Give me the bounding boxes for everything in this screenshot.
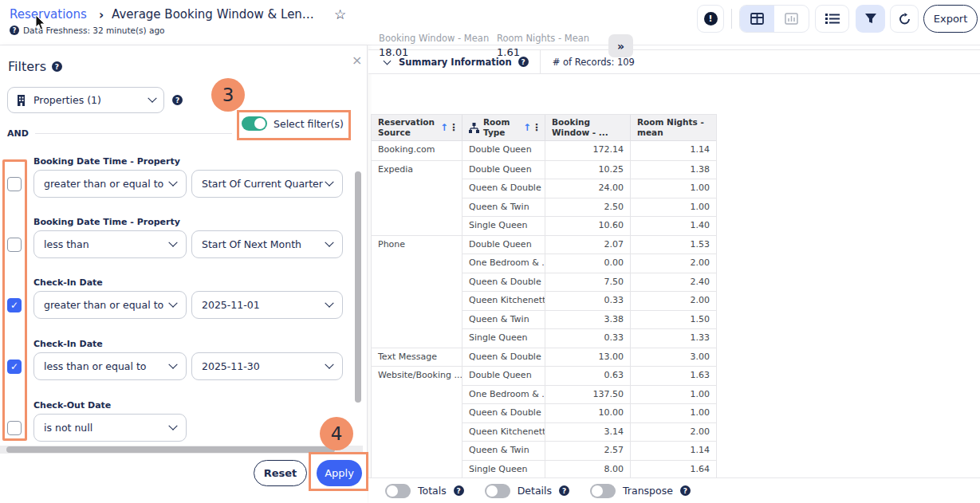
column-header-room-nights[interactable]: Room Nights - mean [630, 115, 716, 140]
table-cell: 13.00 [545, 348, 630, 367]
sort-asc-icon[interactable]: ↑ [440, 122, 448, 134]
reset-button[interactable]: Reset [254, 460, 307, 486]
select-filters-toggle[interactable] [242, 116, 267, 131]
refresh-button[interactable] [890, 5, 919, 33]
details-toggle-group: Details ? [485, 484, 569, 498]
transpose-toggle[interactable] [590, 484, 616, 498]
properties-select[interactable]: Properties (1) [7, 87, 164, 113]
value-select[interactable]: Start Of Current Quarter [191, 170, 343, 198]
details-toggle[interactable] [485, 484, 510, 498]
chart-view-button[interactable] [774, 6, 809, 32]
table-cell: 2.40 [630, 273, 716, 292]
filter-field-label: Check-In Date [33, 339, 103, 349]
chevron-down-icon [325, 298, 333, 307]
close-icon[interactable]: × [352, 53, 362, 68]
operator-select[interactable]: is not null [33, 414, 187, 442]
filter-icon [864, 13, 877, 25]
column-menu-icon[interactable]: ⋮ [449, 122, 459, 134]
table-cell: 24.00 [545, 179, 630, 198]
breadcrumb-root-link[interactable]: Reservations [10, 7, 87, 22]
horizontal-scrollbar[interactable] [6, 446, 335, 453]
filter-row: Check-In Date ✓ greater than or equal to… [0, 277, 368, 335]
select-filters-label: Select filter(s) [274, 118, 344, 130]
list-button[interactable] [815, 5, 849, 33]
table-row: Queen & Twin3.381.50 [372, 310, 716, 329]
filter-checkbox[interactable]: ✓ [7, 298, 22, 312]
column-label: Room Nights - mean [637, 117, 713, 138]
operator-select[interactable]: less than [33, 230, 187, 258]
operator-value: greater than or equal to [44, 299, 170, 311]
info-button[interactable]: ! [697, 5, 724, 33]
toggle-knob [387, 485, 398, 497]
info-icon: ! [704, 12, 718, 26]
export-button[interactable]: Export [923, 5, 978, 33]
table-cell: Double Queen [462, 235, 545, 254]
table-row: One Bedroom & ...137.501.00 [372, 385, 716, 404]
filters-title: Filters ? [8, 59, 62, 74]
column-header-reservation-source[interactable]: Reservation Source ↑ ⋮ [372, 115, 462, 140]
metric-value: 18.01 [379, 46, 489, 58]
value-select[interactable]: 2025-11-01 [191, 291, 343, 319]
column-menu-icon[interactable]: ⋮ [532, 122, 541, 134]
totals-label: Totals [418, 485, 447, 497]
value-text: Start Of Current Quarter [202, 178, 326, 190]
table-row: Booking.comDouble Queen172.141.14 [372, 141, 716, 160]
table-cell [372, 328, 462, 348]
filter-field-label: Check-Out Date [33, 400, 111, 411]
sort-asc-icon[interactable]: ↑ [523, 122, 531, 134]
chevron-down-icon [168, 360, 177, 368]
table-view-button[interactable] [740, 6, 774, 32]
filter-field-label: Check-In Date [33, 277, 103, 288]
table-row: Queen Kitchenette3.142.00 [372, 422, 716, 442]
help-icon[interactable]: ? [52, 61, 62, 72]
operator-select[interactable]: greater than or equal to [33, 291, 187, 319]
page-title: Average Booking Window & Len… [112, 7, 314, 22]
help-icon[interactable]: ? [172, 95, 183, 105]
favorite-star-icon[interactable]: ☆ [334, 6, 346, 22]
vertical-scrollbar[interactable] [355, 171, 361, 403]
help-icon[interactable]: ? [10, 26, 19, 35]
table-cell: 1.00 [630, 179, 716, 198]
help-icon[interactable]: ? [559, 485, 569, 496]
table-cell: 0.33 [545, 328, 630, 348]
totals-toggle[interactable] [385, 484, 411, 498]
divider [35, 133, 232, 134]
operator-select[interactable]: less than or equal to [33, 352, 187, 380]
table-cell: Single Queen [462, 328, 545, 348]
app-root: Reservations › Average Booking Window & … [0, 0, 980, 503]
filter-field-label: Booking Date Time - Property [33, 217, 180, 227]
table-cell: 2.50 [545, 198, 630, 217]
help-icon[interactable]: ? [680, 485, 691, 496]
filter-checkbox[interactable] [7, 238, 22, 252]
table-cell: Booking.com [372, 141, 462, 160]
filters-panel: Filters ? × Properties (1) ? AND 3 Selec… [0, 45, 368, 503]
apply-button[interactable]: Apply [317, 460, 362, 486]
value-text: Start Of Next Month [202, 238, 326, 250]
value-select[interactable]: Start Of Next Month [191, 230, 343, 258]
table-cell: 2.00 [630, 291, 716, 310]
table-row: PhoneDouble Queen2.071.53 [372, 235, 716, 254]
filter-button[interactable] [856, 5, 885, 33]
operator-select[interactable]: greater than or equal to [33, 170, 187, 198]
filter-checkbox[interactable] [7, 421, 22, 435]
help-icon[interactable]: ? [454, 485, 464, 496]
table-cell: Queen Kitchenette [462, 422, 545, 442]
table-cell: 3.14 [545, 422, 630, 442]
filter-checkbox[interactable] [7, 177, 22, 191]
table-cell: Queen Kitchenette [462, 291, 545, 310]
transpose-label: Transpose [623, 485, 673, 497]
column-header-booking-window[interactable]: Booking Window - ... [545, 115, 630, 140]
filter-checkbox[interactable]: ✓ [7, 360, 22, 374]
expand-metrics-button[interactable]: » [608, 34, 633, 57]
value-select[interactable]: 2025-11-30 [191, 352, 343, 380]
table-row: Single Queen0.331.33 [372, 328, 716, 348]
column-header-room-type[interactable]: Room Type ↑ ⋮ [462, 115, 545, 140]
table-cell: 1.40 [630, 216, 716, 235]
table-cell [372, 253, 462, 273]
table-cell: 0.33 [545, 291, 630, 310]
table-row: Queen Kitchenette0.332.00 [372, 291, 716, 310]
table-cell: 0.63 [545, 366, 630, 385]
chevron-down-icon [325, 177, 333, 186]
refresh-icon [898, 13, 911, 26]
table-cell [372, 198, 462, 217]
